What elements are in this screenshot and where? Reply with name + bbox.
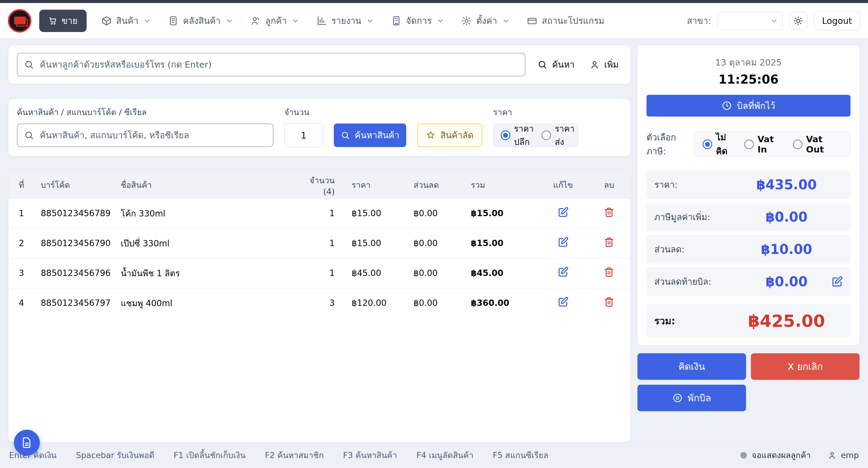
summary-value: ฿0.00 <box>731 209 843 225</box>
pause-icon <box>673 393 683 403</box>
radio-vat-in[interactable]: Vat In <box>744 134 785 154</box>
clock-icon <box>722 100 732 111</box>
edit-row-icon[interactable] <box>557 296 569 308</box>
product-search-button[interactable]: ค้นหาสินค้า <box>334 123 406 147</box>
customer-search-card: ค้นหา เพิ่ม <box>8 45 630 84</box>
search-icon <box>24 130 34 140</box>
card-icon <box>527 16 537 26</box>
edit-row-icon[interactable] <box>557 207 569 218</box>
branch-label: สาขา: <box>687 14 711 28</box>
grand-total-label: รวม: <box>654 313 731 328</box>
customer-display-link[interactable]: จอแสดงผลลูกค้า <box>740 449 811 462</box>
cart-items-table: ที่ บาร์โค้ด ชื่อสินค้า จำนวน (4) ราคา ส… <box>8 172 630 318</box>
cart-items-card: ที่ บาร์โค้ด ชื่อสินค้า จำนวน (4) ราคา ส… <box>8 172 630 442</box>
product-search-button-label: ค้นหาสินค้า <box>354 128 399 142</box>
nav-item-program-status[interactable]: สถานะโปรแกรม <box>527 14 604 28</box>
cell-barcode: 8850123456789 <box>37 198 117 228</box>
box-icon <box>101 16 112 26</box>
grand-total-row: รวม: ฿425.00 <box>647 304 850 338</box>
quantity-input[interactable] <box>284 123 323 147</box>
cell-price: ฿120.00 <box>348 288 410 318</box>
customer-search-input[interactable] <box>17 53 525 77</box>
nav-item-reports[interactable]: รายงาน <box>316 14 373 28</box>
price-type-label: ราคา <box>493 106 578 119</box>
header-edit: แก้ไข <box>538 172 588 198</box>
cell-discount: ฿0.00 <box>410 198 467 228</box>
logout-button[interactable]: Logout <box>814 11 860 30</box>
summary-label: ภาษีมูลค่าเพิ่ม: <box>654 210 731 224</box>
checkout-button-label: คิดเงิน <box>679 359 705 374</box>
add-customer-button[interactable]: เพิ่ม <box>587 58 622 71</box>
clipboard-icon <box>168 16 179 26</box>
summary-row-bill-discount: ส่วนลดท้ายบิล: ฿0.00 <box>647 267 850 296</box>
status-dot-icon <box>740 452 747 459</box>
product-search-group: ค้นหาสินค้า / สแกนบาร์โค้ด / ซีเรียล <box>17 106 273 147</box>
radio-wholesale-price[interactable]: ราคาส่ง <box>541 122 574 149</box>
nav-item-settings[interactable]: ตั้งค่า <box>461 14 509 28</box>
nav-sale-label: ขาย <box>62 14 78 28</box>
quick-products-button[interactable]: สินค้าลัด <box>417 123 482 147</box>
cell-total: ฿45.00 <box>467 258 538 288</box>
checkout-button[interactable]: คิดเงิน <box>638 353 746 380</box>
delete-row-icon[interactable] <box>603 267 615 277</box>
delete-row-icon[interactable] <box>603 296 615 308</box>
person-icon <box>828 451 837 460</box>
current-date: 13 ตุลาคม 2025 <box>647 56 850 69</box>
nav-item-manage[interactable]: จัดการ <box>391 14 444 28</box>
chevron-down-icon <box>226 18 233 24</box>
edit-row-icon[interactable] <box>557 266 569 278</box>
summary-label: ราคา: <box>654 178 731 192</box>
navbar: ขาย สินค้า คลังสินค้า ลูกค้า รายงาน จัดก… <box>0 3 868 39</box>
header-delete: ลบ <box>588 172 630 198</box>
customer-search-button-label: ค้นหา <box>552 58 575 71</box>
cell-total: ฿15.00 <box>467 198 538 228</box>
header-qty: จำนวน (4) <box>298 172 348 198</box>
footer-right: จอแสดงผลลูกค้า emp <box>740 449 859 462</box>
branch-select[interactable] <box>718 12 783 30</box>
delete-row-icon[interactable] <box>603 207 615 218</box>
logged-in-user[interactable]: emp <box>828 450 859 460</box>
cell-qty: 1 <box>298 198 348 228</box>
building-icon <box>391 16 402 26</box>
edit-row-icon[interactable] <box>557 236 569 248</box>
search-icon <box>537 60 547 69</box>
theme-toggle-button[interactable] <box>789 12 807 30</box>
nav-item-customers[interactable]: ลูกค้า <box>250 14 299 28</box>
summary-value: ฿435.00 <box>731 177 843 192</box>
bill-summary-card: 13 ตุลาคม 2025 11:25:06 บิลที่พักไว้ ตัว… <box>638 45 860 345</box>
cell-no: 2 <box>8 228 37 258</box>
radio-retail-price[interactable]: ราคาปลีก <box>501 122 534 149</box>
cancel-button[interactable]: X ยกเลิก <box>751 353 860 380</box>
delete-row-icon[interactable] <box>603 237 615 247</box>
product-search-wrap <box>17 123 273 147</box>
nav-item-label: จัดการ <box>406 14 432 28</box>
nav-item-label: สินค้า <box>116 14 138 28</box>
header-discount: ส่วนลด <box>410 172 467 198</box>
summary-row-discount: ส่วนลด: ฿10.00 <box>647 235 850 264</box>
radio-label: ราคาส่ง <box>555 122 574 149</box>
nav-item-label: ตั้งค่า <box>476 14 497 28</box>
nav-item-products[interactable]: สินค้า <box>101 14 150 28</box>
table-row: 2 8850123456790 เป๊ปซี่ 330ml 1 ฿15.00 ฿… <box>8 228 630 258</box>
chevron-down-icon <box>367 18 373 24</box>
nav-item-label: ลูกค้า <box>265 14 287 28</box>
gear-icon <box>461 16 472 26</box>
cancel-button-label: X ยกเลิก <box>788 359 823 374</box>
cell-name: โค้ก 330ml <box>117 198 298 228</box>
top-strip <box>0 0 868 3</box>
product-search-input[interactable] <box>17 123 273 147</box>
chevron-down-icon <box>437 18 444 24</box>
nav-item-inventory[interactable]: คลังสินค้า <box>168 14 233 28</box>
nav-item-label: รายงาน <box>331 14 361 28</box>
hold-bill-button[interactable]: พักบิล <box>638 385 746 411</box>
nav-item-sale[interactable]: ขาย <box>39 10 87 32</box>
radio-no-vat[interactable]: ไม่คิด <box>703 130 737 158</box>
radio-vat-out[interactable]: Vat Out <box>793 134 842 154</box>
customer-search-button[interactable]: ค้นหา <box>534 58 578 71</box>
floating-document-button[interactable] <box>14 430 40 456</box>
main-area: ค้นหา เพิ่ม ค้นหาสินค้า / สแกนบาร์โค้ด /… <box>0 39 868 442</box>
edit-bill-discount-icon[interactable] <box>831 276 843 288</box>
cart-icon <box>48 16 57 25</box>
tax-option-box: ไม่คิด Vat In Vat Out <box>694 131 850 157</box>
held-bills-button[interactable]: บิลที่พักไว้ <box>647 95 850 117</box>
